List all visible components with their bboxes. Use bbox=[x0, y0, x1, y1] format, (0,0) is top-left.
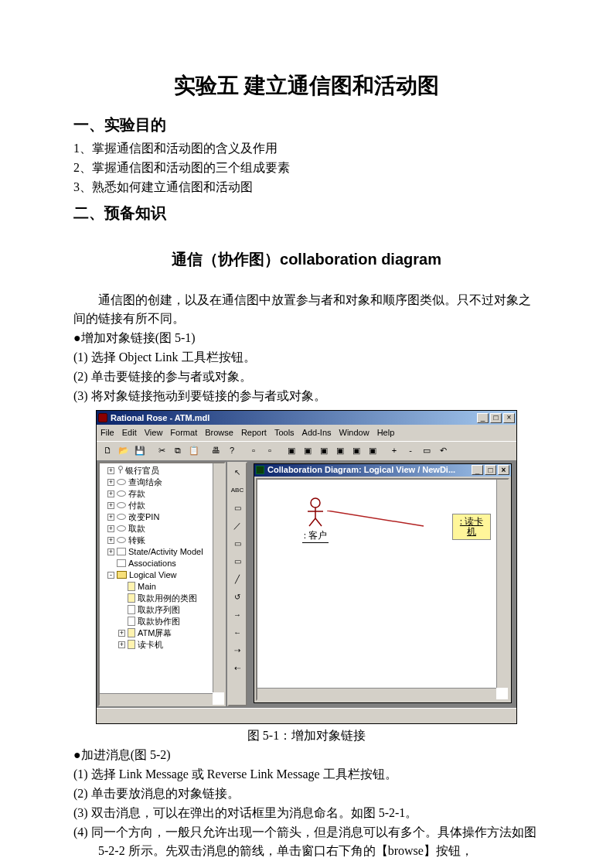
tree-item[interactable]: +读卡机 bbox=[101, 639, 223, 651]
tb-browse2-icon[interactable]: ▣ bbox=[300, 443, 315, 459]
file-icon bbox=[128, 593, 135, 603]
menu-view[interactable]: View bbox=[145, 426, 163, 439]
tree-expander-icon[interactable]: + bbox=[118, 641, 125, 648]
tree-item[interactable]: Associations bbox=[101, 558, 223, 569]
maximize-button[interactable]: □ bbox=[490, 413, 502, 423]
tree-item[interactable]: +存款 bbox=[101, 488, 223, 500]
svg-line-3 bbox=[309, 518, 315, 526]
tree-item[interactable]: +查询结余 bbox=[101, 477, 223, 488]
menu-edit[interactable]: Edit bbox=[122, 426, 137, 439]
menu-bar: File Edit View Format Browse Report Tool… bbox=[97, 425, 516, 441]
app-window: Rational Rose - ATM.mdl _ □ × File Edit … bbox=[96, 410, 517, 724]
tree-item[interactable]: 取款用例的类图 bbox=[101, 593, 223, 604]
tree-expander-icon[interactable]: + bbox=[107, 479, 114, 486]
menu-file[interactable]: File bbox=[100, 426, 114, 439]
tb-view1-icon[interactable]: ▫ bbox=[246, 443, 261, 459]
minimize-button[interactable]: _ bbox=[477, 413, 489, 423]
tb-help-icon[interactable]: ? bbox=[224, 443, 240, 459]
tb-browse4-icon[interactable]: ▣ bbox=[332, 443, 348, 459]
tree-item[interactable]: +付款 bbox=[101, 500, 223, 511]
tb-fit-icon[interactable]: ▭ bbox=[419, 443, 434, 459]
tool-note-icon[interactable]: ▭ bbox=[230, 501, 245, 516]
tb-browse1-icon[interactable]: ▣ bbox=[284, 443, 299, 459]
tb-new-icon[interactable]: 🗋 bbox=[100, 443, 115, 459]
tree-panel[interactable]: +银行官员+查询结余+存款+付款+改变PIN+取款+转账+State/Activ… bbox=[98, 462, 226, 706]
close-button[interactable]: × bbox=[503, 413, 515, 423]
tool-arrow-icon[interactable]: ↖ bbox=[230, 465, 245, 480]
object-link-line[interactable] bbox=[327, 511, 427, 531]
tree-expander-icon[interactable]: + bbox=[107, 490, 114, 497]
tree-expander-icon[interactable]: + bbox=[107, 514, 114, 521]
menu-format[interactable]: Format bbox=[170, 426, 197, 439]
object-cardreader[interactable]: : 读卡机 bbox=[452, 514, 491, 540]
tool-class-icon[interactable]: ▭ bbox=[230, 554, 245, 569]
tree-item[interactable]: 取款协作图 bbox=[101, 616, 223, 627]
tb-zoomout-icon[interactable]: - bbox=[403, 443, 418, 459]
tree-expander-icon[interactable]: + bbox=[107, 525, 114, 532]
tree-expander-icon[interactable]: + bbox=[107, 467, 114, 474]
subheading: 通信（协作图）collaboration diagram bbox=[73, 248, 540, 271]
tool-text-icon[interactable]: ABC bbox=[230, 483, 245, 498]
tree-item[interactable]: -Logical View bbox=[101, 569, 223, 581]
tb-zoomin-icon[interactable]: + bbox=[387, 443, 402, 459]
tree-expander-icon[interactable]: + bbox=[107, 537, 114, 544]
step-a-1: (1) 选择 Object Link 工具栏按钮。 bbox=[73, 348, 540, 367]
tool-linkself-icon[interactable]: ↺ bbox=[230, 589, 245, 605]
tb-print-icon[interactable]: 🖶 bbox=[208, 443, 223, 459]
usecase-icon bbox=[117, 502, 126, 508]
tree-item[interactable]: +取款 bbox=[101, 523, 223, 535]
svg-line-5 bbox=[327, 511, 424, 526]
mdi-area: Collaboration Diagram: Logical View / Ne… bbox=[249, 462, 515, 706]
tree-scroll-h[interactable] bbox=[100, 693, 213, 705]
tool-revlinkmsg-icon[interactable]: ← bbox=[230, 625, 245, 641]
tree-item[interactable]: Main bbox=[101, 581, 223, 593]
sub-maximize-button[interactable]: □ bbox=[485, 465, 496, 475]
menu-addins[interactable]: Add-Ins bbox=[302, 426, 332, 439]
tb-paste-icon[interactable]: 📋 bbox=[186, 443, 202, 459]
tree-expander-icon[interactable]: + bbox=[107, 548, 114, 555]
actor-customer[interactable]: : 客户 bbox=[300, 497, 331, 543]
tb-view2-icon[interactable]: ▫ bbox=[262, 443, 278, 459]
tool-revdataflow-icon[interactable]: ⇠ bbox=[230, 661, 245, 676]
tree-item[interactable]: 取款序列图 bbox=[101, 604, 223, 616]
menu-window[interactable]: Window bbox=[339, 426, 370, 439]
tree-scroll-v[interactable] bbox=[213, 463, 224, 692]
step-b-3: (3) 双击消息，可以在弹出的对话框里为消息命名。如图 5-2-1。 bbox=[73, 804, 540, 822]
tree-item[interactable]: +转账 bbox=[101, 535, 223, 546]
tree-expander-icon[interactable]: + bbox=[118, 630, 125, 637]
sub-minimize-button[interactable]: _ bbox=[472, 465, 483, 475]
tool-anchor-icon[interactable]: ／ bbox=[230, 518, 245, 534]
tb-browse6-icon[interactable]: ▣ bbox=[365, 443, 380, 459]
tool-object-icon[interactable]: ▭ bbox=[230, 536, 245, 552]
tb-browse3-icon[interactable]: ▣ bbox=[316, 443, 332, 459]
canvas-scroll-h[interactable] bbox=[257, 688, 496, 699]
tree-item[interactable]: +ATM屏幕 bbox=[101, 627, 223, 639]
tb-cut-icon[interactable]: ✂ bbox=[154, 443, 169, 459]
sub-close-button[interactable]: × bbox=[498, 465, 509, 475]
tb-undo-icon[interactable]: ↶ bbox=[435, 443, 451, 459]
tool-dataflow-icon[interactable]: ⇢ bbox=[230, 643, 245, 658]
tb-copy-icon[interactable]: ⧉ bbox=[170, 443, 186, 459]
menu-help[interactable]: Help bbox=[377, 426, 395, 439]
tb-save-icon[interactable]: 💾 bbox=[132, 443, 148, 459]
tb-open-icon[interactable]: 📂 bbox=[116, 443, 131, 459]
tool-objectlink-icon[interactable]: ╱ bbox=[230, 572, 245, 587]
figure-5-1-screenshot: Rational Rose - ATM.mdl _ □ × File Edit … bbox=[96, 410, 517, 724]
usecase-icon bbox=[117, 514, 126, 520]
intro-paragraph: 通信图的创建，以及在通信图中放置参与者和对象和顺序图类似。只不过对象之间的链接有… bbox=[73, 291, 540, 328]
canvas-scroll-v[interactable] bbox=[496, 480, 508, 688]
menu-report[interactable]: Report bbox=[241, 426, 267, 439]
app-icon bbox=[98, 413, 107, 422]
tb-browse5-icon[interactable]: ▣ bbox=[349, 443, 364, 459]
tree-item[interactable]: +银行官员 bbox=[101, 465, 223, 477]
tree-expander-icon[interactable]: - bbox=[107, 572, 114, 579]
menu-tools[interactable]: Tools bbox=[274, 426, 295, 439]
tree-item[interactable]: +State/Activity Model bbox=[101, 546, 223, 558]
tool-linkmsg-icon[interactable]: → bbox=[230, 607, 245, 623]
tree-expander-icon[interactable]: + bbox=[107, 502, 114, 509]
diagram-canvas[interactable]: : 客户 : 读卡机 bbox=[256, 478, 509, 701]
step-b-4: (4) 同一个方向，一般只允许出现一个箭头，但是消息可以有多个。具体操作方法如图… bbox=[73, 823, 540, 860]
tree-item[interactable]: +改变PIN bbox=[101, 511, 223, 523]
file-icon bbox=[128, 617, 135, 626]
menu-browse[interactable]: Browse bbox=[205, 426, 233, 439]
